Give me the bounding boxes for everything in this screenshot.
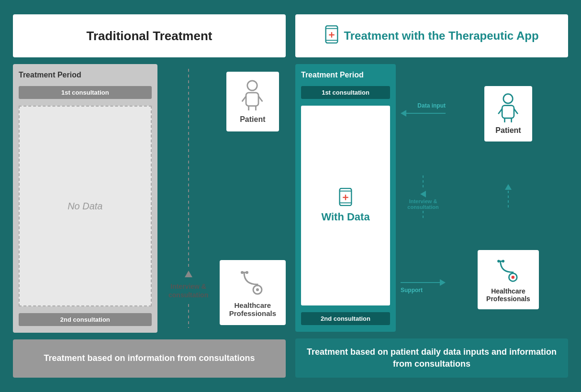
left-footer: Treatment based on information from cons… — [13, 339, 286, 378]
left-hcp-card: HealthcareProfessionals — [220, 260, 286, 325]
right-panel: Treatment with the Therapeutic App Treat… — [295, 14, 568, 378]
right-connector-area: Data input Interview & consultation — [396, 64, 448, 332]
svg-rect-22 — [502, 106, 514, 119]
patient-icon-left — [239, 79, 266, 112]
right-arrow-up — [505, 184, 512, 207]
left-patient-label: Patient — [240, 115, 265, 124]
phone-icon-with-data — [338, 188, 353, 208]
with-data-box: With Data — [301, 106, 390, 305]
left-person-column: Patient — [220, 64, 286, 333]
svg-point-31 — [502, 260, 504, 263]
right-header-title: Treatment with the Therapeutic App — [344, 29, 538, 43]
left-footer-text: Treatment based on information from cons… — [44, 352, 255, 364]
left-header-title: Traditional Treatment — [87, 29, 212, 44]
interview-group-right: Interview & consultation — [401, 175, 446, 220]
right-header-box: Treatment with the Therapeutic App — [295, 14, 568, 57]
right-footer-text: Treatment based on patient daily data in… — [305, 346, 559, 370]
left-panel: Traditional Treatment Treatment Period 1… — [13, 14, 286, 378]
arrow-up-left — [185, 271, 192, 277]
svg-point-32 — [512, 276, 515, 279]
right-person-column: Patient — [448, 64, 568, 332]
right-patient-card: Patient — [484, 86, 532, 142]
arrow-support — [401, 279, 446, 286]
support-label: Support — [401, 287, 423, 294]
right-treatment-period: Treatment Period 1st consultation With D… — [295, 64, 396, 332]
support-group: Support — [401, 279, 446, 294]
right-header-content: Treatment with the Therapeutic App — [324, 25, 538, 46]
left-connector: Interview & consultation — [157, 64, 220, 333]
right-consultation-2: 2nd consultation — [301, 312, 390, 325]
no-data-box: No Data — [19, 106, 152, 306]
right-footer: Treatment based on patient daily data in… — [295, 338, 568, 378]
left-hcp-label: HealthcareProfessionals — [229, 301, 276, 317]
patient-icon-right — [496, 93, 521, 124]
right-interview-label: Interview & consultation — [401, 198, 446, 210]
left-header-box: Traditional Treatment — [13, 14, 286, 57]
left-patient-card: Patient — [226, 72, 279, 131]
data-input-label: Data input — [417, 102, 446, 109]
left-period-label: Treatment Period — [19, 71, 152, 79]
right-hcp-label: HealthcareProfessionals — [486, 287, 530, 303]
no-data-label: No Data — [67, 201, 102, 212]
left-middle-section: Treatment Period 1st consultation No Dat… — [13, 64, 286, 333]
left-consultation-2: 2nd consultation — [19, 313, 152, 326]
arrow-data-input — [401, 110, 446, 117]
svg-point-7 — [256, 288, 259, 291]
right-hcp-card: HealthcareProfessionals — [478, 250, 539, 309]
svg-point-21 — [503, 94, 513, 103]
data-input-group: Data input — [401, 102, 446, 117]
stethoscope-icon-right — [496, 257, 521, 285]
left-treatment-period: Treatment Period 1st consultation No Dat… — [13, 64, 157, 333]
right-middle-section: Treatment Period 1st consultation With D… — [295, 64, 568, 332]
right-consultation-1: 1st consultation — [301, 86, 390, 99]
right-period-label: Treatment Period — [301, 71, 390, 79]
svg-point-10 — [246, 271, 248, 274]
right-patient-label: Patient — [495, 126, 521, 135]
phone-icon-header — [324, 25, 339, 46]
with-data-label: With Data — [321, 211, 369, 223]
svg-point-30 — [497, 260, 500, 263]
stethoscope-icon-left — [239, 268, 266, 298]
svg-point-9 — [241, 271, 244, 274]
interview-label-left: Interview & consultation — [163, 282, 214, 299]
left-consultation-1: 1st consultation — [19, 86, 152, 99]
svg-rect-1 — [246, 93, 258, 106]
svg-point-0 — [247, 81, 257, 90]
